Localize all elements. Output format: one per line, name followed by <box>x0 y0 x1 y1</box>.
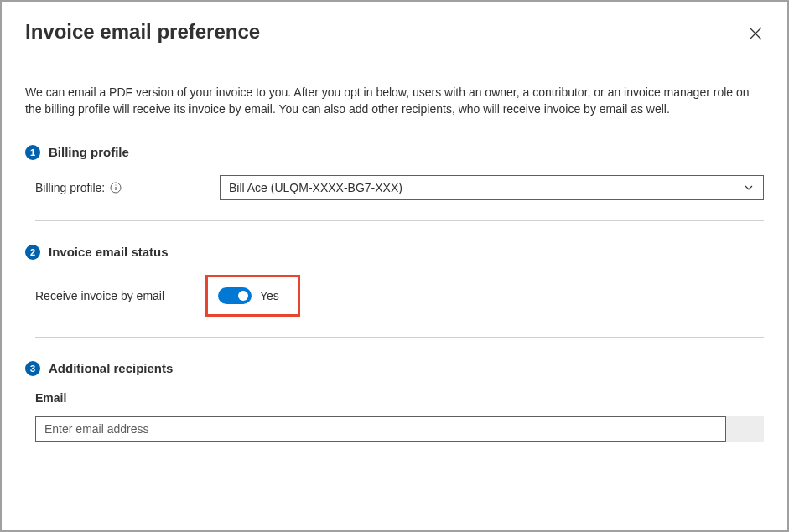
section-title-recipients: Additional recipients <box>49 361 173 375</box>
section-additional-recipients: 3 Additional recipients Email <box>25 361 764 442</box>
step-badge-1: 1 <box>25 145 40 160</box>
chevron-down-icon <box>743 182 755 194</box>
billing-profile-label: Billing profile: <box>35 181 220 194</box>
description-text: We can email a PDF version of your invoi… <box>25 84 764 118</box>
section-heading-recipients: 3 Additional recipients <box>25 361 764 376</box>
section-heading-status: 2 Invoice email status <box>25 245 764 260</box>
page-title: Invoice email preference <box>25 20 260 44</box>
toggle-knob <box>238 291 248 301</box>
step-badge-2: 2 <box>25 245 40 260</box>
email-input[interactable] <box>35 416 726 442</box>
close-icon <box>747 25 764 42</box>
email-row <box>35 416 764 442</box>
section-title-billing: Billing profile <box>49 145 129 159</box>
toggle-value-label: Yes <box>260 289 279 302</box>
step-badge-3: 3 <box>25 361 40 376</box>
billing-profile-dropdown[interactable]: Bill Ace (ULQM-XXXX-BG7-XXX) <box>220 175 764 200</box>
info-icon[interactable] <box>110 182 122 194</box>
close-button[interactable] <box>747 25 764 42</box>
email-label: Email <box>35 391 764 405</box>
section-heading-billing: 1 Billing profile <box>25 145 764 160</box>
toggle-highlight-box: Yes <box>205 275 300 317</box>
receive-invoice-label: Receive invoice by email <box>35 289 203 302</box>
svg-point-4 <box>116 184 117 185</box>
section-invoice-status: 2 Invoice email status Receive invoice b… <box>25 245 764 338</box>
divider <box>35 220 764 221</box>
billing-profile-selected: Bill Ace (ULQM-XXXX-BG7-XXX) <box>229 181 402 194</box>
section-title-status: Invoice email status <box>49 245 169 259</box>
section-billing-profile: 1 Billing profile Billing profile: Bill … <box>25 145 764 221</box>
receive-invoice-toggle[interactable] <box>218 287 252 304</box>
divider <box>35 337 764 338</box>
